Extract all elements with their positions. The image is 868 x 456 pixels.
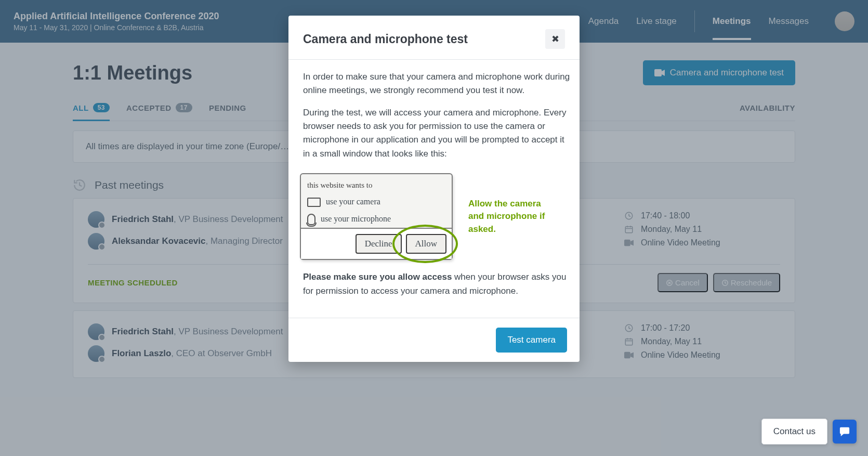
permission-allow-sketch: Allow xyxy=(406,234,447,254)
permission-illustration: this website wants to use your camera us… xyxy=(300,173,567,260)
close-icon: ✖ xyxy=(551,34,559,44)
test-camera-label: Test camera xyxy=(507,335,556,345)
modal-body[interactable]: In order to make sure that your camera a… xyxy=(288,59,580,318)
permission-mic-label: use your microphone xyxy=(321,213,391,226)
permission-hint: Allow the camera and microphone if asked… xyxy=(468,198,546,236)
permission-dialog-sketch: this website wants to use your camera us… xyxy=(300,173,453,260)
chat-launcher-button[interactable] xyxy=(833,420,857,444)
permission-decline-sketch: Decline xyxy=(356,234,402,254)
microphone-sketch-icon xyxy=(307,214,315,225)
modal-overlay[interactable]: Camera and microphone test ✖ In order to… xyxy=(0,0,868,456)
contact-us-button[interactable]: Contact us xyxy=(761,419,827,445)
modal-text: In order to make sure that your camera a… xyxy=(303,70,570,98)
permission-camera-label: use your camera xyxy=(326,196,380,209)
test-camera-button[interactable]: Test camera xyxy=(496,328,567,353)
camera-sketch-icon xyxy=(307,198,321,207)
permission-header: this website wants to xyxy=(301,174,452,193)
modal-text: Please make sure you allow access when y… xyxy=(303,270,570,298)
contact-widget: Contact us xyxy=(761,419,857,445)
modal-title: Camera and microphone test xyxy=(303,32,468,46)
chat-icon xyxy=(839,426,850,437)
contact-us-label: Contact us xyxy=(773,426,816,436)
modal-text: During the test, we will access your cam… xyxy=(303,106,570,161)
camera-test-modal: Camera and microphone test ✖ In order to… xyxy=(288,16,580,362)
modal-text-strong: Please make sure you allow access xyxy=(303,272,452,282)
modal-close-button[interactable]: ✖ xyxy=(545,29,565,49)
